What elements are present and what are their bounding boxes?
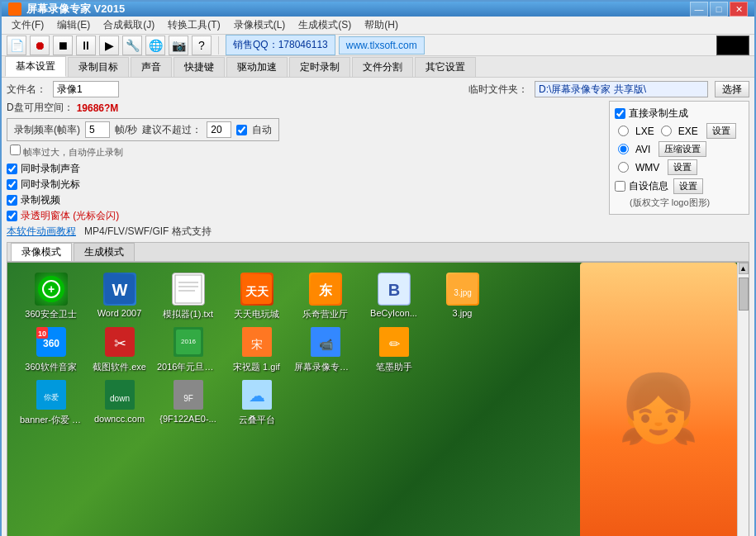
icon-simulator-txt[interactable]: 模拟器(1).txt	[157, 273, 219, 320]
exe-radio[interactable]	[661, 126, 672, 136]
icon-jietu[interactable]: ✂ 截图软件.exe	[88, 325, 150, 373]
wmv-settings[interactable]: 设置	[668, 159, 697, 175]
tab-record-target[interactable]: 录制目标	[68, 57, 129, 77]
svg-text:✂: ✂	[113, 335, 126, 352]
maximize-button[interactable]: □	[710, 2, 728, 17]
avi-radio[interactable]	[618, 144, 629, 154]
window-title: 屏幕录像专家 V2015	[26, 2, 125, 17]
direct-record-checkbox[interactable]	[615, 108, 625, 119]
record-button[interactable]: ⏺	[30, 36, 50, 55]
tab-scheduled[interactable]: 定时录制	[289, 57, 350, 77]
icon-3jpg[interactable]: 3.jpg 3.jpg	[431, 273, 493, 318]
icon-9f-img: 9F	[172, 378, 205, 411]
menu-help[interactable]: 帮助(H)	[358, 17, 405, 34]
preview-section: 录像模式 生成模式 + 360安全卫士	[7, 242, 749, 536]
menu-edit[interactable]: 编辑(E)	[50, 17, 97, 34]
icon-txt-label: 模拟器(1).txt	[163, 308, 213, 320]
new-button[interactable]: 📄	[7, 36, 26, 55]
opt-cursor[interactable]: 同时录制光标	[7, 178, 602, 192]
icon-songzhu[interactable]: 宋 宋祝题 1.gif	[226, 325, 288, 373]
select-button[interactable]: 选择	[715, 81, 749, 97]
icon-tiandian[interactable]: 天天 天天电玩城	[226, 273, 288, 320]
menu-file[interactable]: 文件(F)	[5, 17, 50, 34]
scroll-up-btn[interactable]: ▲	[739, 263, 749, 274]
too-fast-checkbox[interactable]	[10, 145, 21, 155]
filename-input[interactable]	[53, 81, 119, 97]
opt-sound[interactable]: 同时录制声音	[7, 162, 602, 176]
icon-2016-img: 2016	[172, 325, 205, 358]
info-row: 本软件动画教程 MP4/FLV/SWF/GIF 格式支持	[7, 225, 602, 239]
menu-convert[interactable]: 转换工具(T)	[161, 17, 226, 34]
svg-text:东: 东	[319, 282, 333, 297]
icon-lusiang-v2015[interactable]: 📹 屏幕录像专家 V2015	[294, 325, 356, 373]
character-area: 👧	[580, 263, 737, 536]
fps-input[interactable]	[85, 121, 110, 138]
mode-tab-record[interactable]: 录像模式	[11, 243, 72, 261]
icon-leqi-hall[interactable]: 东 乐奇营业厅	[294, 273, 356, 320]
icon-word2007[interactable]: W Word 2007	[88, 273, 150, 318]
freq-label: 录制频率(帧率)	[14, 123, 80, 137]
icon-banner[interactable]: 你爱 banner-你爱 的.jpg	[20, 378, 82, 426]
scroll-thumb-v[interactable]	[739, 277, 749, 311]
auto-info-settings[interactable]: 设置	[673, 178, 703, 194]
svg-text:2016: 2016	[181, 338, 196, 345]
wmv-radio[interactable]	[618, 162, 629, 173]
icon-tiandian-label: 天天电玩城	[234, 308, 279, 320]
camera-button[interactable]: 📷	[169, 36, 188, 55]
icon-guide-tool[interactable]: ✏ 笔墨助手	[363, 325, 425, 373]
format-support[interactable]: MP4/FLV/SWF/GIF 格式支持	[84, 225, 212, 239]
icon-cloud-label: 云叠平台	[239, 414, 275, 426]
tutorial-link[interactable]: 本软件动画教程	[7, 225, 76, 239]
icon-2016-label: 2016年元旦及春节放映...	[157, 361, 219, 373]
direct-record-label[interactable]: 直接录制生成	[615, 107, 744, 121]
tab-driver-accel[interactable]: 驱动加速	[226, 57, 288, 77]
lxe-exe-settings[interactable]: 设置	[706, 123, 736, 139]
suggest-input[interactable]	[207, 121, 231, 138]
opt-video[interactable]: 录制视频	[7, 193, 602, 207]
settings-tool[interactable]: 🔧	[122, 36, 142, 55]
auto-checkbox[interactable]	[236, 125, 247, 135]
website-link[interactable]: www.tlxsoft.com	[339, 36, 425, 55]
menu-record-mode[interactable]: 录像模式(L)	[227, 17, 292, 34]
globe-button[interactable]: 🌐	[145, 36, 165, 55]
stop-button[interactable]: ⏹	[53, 36, 73, 55]
svg-text:📹: 📹	[318, 338, 333, 352]
icon-cloud[interactable]: ☁ 云叠平台	[226, 378, 288, 426]
minimize-button[interactable]: —	[690, 2, 708, 17]
icon-9f[interactable]: 9F {9F122AE0-...	[157, 378, 219, 424]
tab-file-split[interactable]: 文件分割	[352, 57, 413, 77]
icon-360soft[interactable]: 36010 360软件音家	[20, 325, 82, 373]
help-button[interactable]: ?	[192, 36, 212, 55]
pause-button[interactable]: ⏸	[76, 36, 96, 55]
tmpdir-label: 临时文件夹：	[468, 83, 528, 97]
menu-generate-mode[interactable]: 生成模式(S)	[292, 17, 358, 34]
icon-360-security[interactable]: + 360安全卫士	[20, 273, 82, 320]
svg-text:3.jpg: 3.jpg	[454, 288, 472, 297]
auto-info-label[interactable]: 自设信息 设置	[615, 178, 744, 194]
opt-transparent[interactable]: 录透明窗体 (光标会闪)	[7, 209, 602, 223]
icon-word-label: Word 2007	[97, 308, 142, 318]
icon-downcc[interactable]: down downcc.com	[88, 378, 150, 424]
avi-compress-settings[interactable]: 压缩设置	[659, 141, 706, 157]
tab-other-settings[interactable]: 其它设置	[415, 57, 476, 77]
color-swatch[interactable]	[716, 36, 749, 55]
tmpdir-input[interactable]	[535, 81, 708, 97]
mode-tab-generate[interactable]: 生成模式	[74, 243, 135, 261]
icon-becy[interactable]: B BeCyIcon...	[363, 273, 425, 318]
icon-2016[interactable]: 2016 2016年元旦及春节放映...	[157, 325, 219, 373]
wmv-row: WMV 设置	[615, 159, 744, 175]
tab-hotkey[interactable]: 快捷键	[174, 57, 225, 77]
play-button[interactable]: ▶	[99, 36, 119, 55]
menu-capture[interactable]: 合成截取(J)	[97, 17, 161, 34]
avi-row: AVI 压缩设置	[615, 141, 744, 157]
qq-contact[interactable]: 销售QQ：178046113	[226, 35, 335, 55]
auto-info-checkbox[interactable]	[615, 181, 625, 192]
icon-cloud-img: ☁	[240, 378, 273, 411]
close-button[interactable]: ✕	[730, 2, 748, 17]
svg-text:☁: ☁	[249, 387, 265, 405]
lxe-radio[interactable]	[618, 126, 629, 136]
auto-info-sub: (版权文字 logo图形)	[615, 197, 744, 209]
tab-sound[interactable]: 声音	[131, 57, 172, 77]
tab-basic-settings[interactable]: 基本设置	[5, 56, 66, 77]
freq-section: 录制频率(帧率) 帧/秒 建议不超过： 自动	[7, 118, 279, 141]
